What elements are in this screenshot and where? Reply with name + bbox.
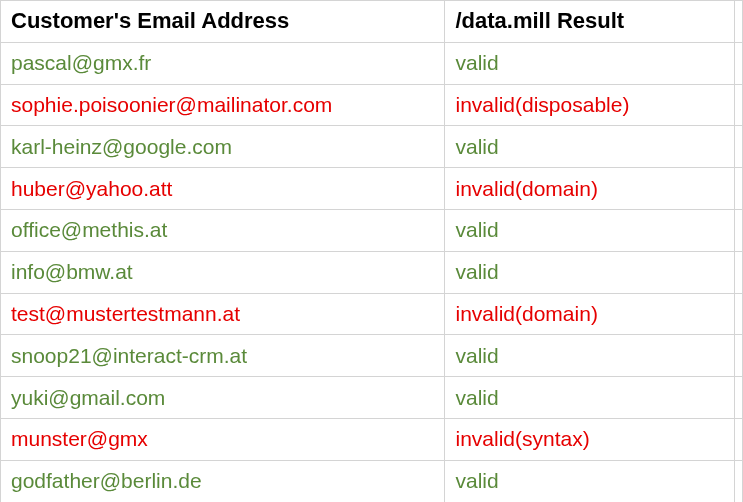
cell-result: valid (445, 209, 735, 251)
table-row: godfather@berlin.devalid (1, 460, 743, 502)
cell-spacer (735, 377, 743, 419)
cell-result: invalid(domain) (445, 293, 735, 335)
cell-result: valid (445, 251, 735, 293)
table-row: yuki@gmail.comvalid (1, 377, 743, 419)
email-validation-table: Customer's Email Address /data.mill Resu… (0, 0, 743, 502)
cell-spacer (735, 126, 743, 168)
cell-result: valid (445, 42, 735, 84)
cell-email: info@bmw.at (1, 251, 445, 293)
cell-result: invalid(syntax) (445, 418, 735, 460)
cell-result: invalid(domain) (445, 168, 735, 210)
table-row: office@methis.atvalid (1, 209, 743, 251)
cell-email: sophie.poisoonier@mailinator.com (1, 84, 445, 126)
cell-result: valid (445, 126, 735, 168)
cell-email: snoop21@interact-crm.at (1, 335, 445, 377)
cell-result: valid (445, 377, 735, 419)
header-email: Customer's Email Address (1, 1, 445, 43)
cell-result: valid (445, 335, 735, 377)
header-spacer (735, 1, 743, 43)
table-row: huber@yahoo.attinvalid(domain) (1, 168, 743, 210)
cell-spacer (735, 84, 743, 126)
cell-spacer (735, 168, 743, 210)
cell-email: munster@gmx (1, 418, 445, 460)
cell-email: karl-heinz@google.com (1, 126, 445, 168)
header-result: /data.mill Result (445, 1, 735, 43)
cell-email: yuki@gmail.com (1, 377, 445, 419)
table-row: info@bmw.atvalid (1, 251, 743, 293)
table-row: test@mustertestmann.atinvalid(domain) (1, 293, 743, 335)
cell-spacer (735, 335, 743, 377)
table-row: snoop21@interact-crm.atvalid (1, 335, 743, 377)
table-row: pascal@gmx.frvalid (1, 42, 743, 84)
cell-spacer (735, 251, 743, 293)
cell-email: test@mustertestmann.at (1, 293, 445, 335)
table-row: munster@gmxinvalid(syntax) (1, 418, 743, 460)
table-body: pascal@gmx.frvalidsophie.poisoonier@mail… (1, 42, 743, 502)
cell-spacer (735, 42, 743, 84)
cell-email: pascal@gmx.fr (1, 42, 445, 84)
cell-spacer (735, 293, 743, 335)
cell-result: valid (445, 460, 735, 502)
table-row: karl-heinz@google.comvalid (1, 126, 743, 168)
cell-email: office@methis.at (1, 209, 445, 251)
cell-spacer (735, 460, 743, 502)
cell-spacer (735, 418, 743, 460)
table-row: sophie.poisoonier@mailinator.cominvalid(… (1, 84, 743, 126)
cell-email: huber@yahoo.att (1, 168, 445, 210)
table-header-row: Customer's Email Address /data.mill Resu… (1, 1, 743, 43)
cell-email: godfather@berlin.de (1, 460, 445, 502)
cell-spacer (735, 209, 743, 251)
cell-result: invalid(disposable) (445, 84, 735, 126)
